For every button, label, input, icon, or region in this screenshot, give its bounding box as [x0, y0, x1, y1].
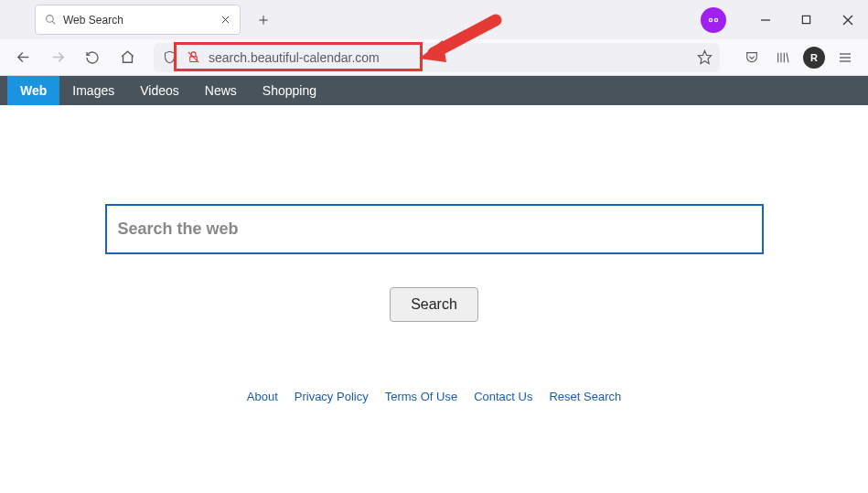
svg-line-1 [52, 21, 55, 24]
browser-tab[interactable]: Web Search [35, 5, 241, 35]
navtab-label: Shopping [263, 83, 316, 98]
lock-insecure-icon[interactable] [183, 48, 203, 68]
bookmark-star-icon[interactable] [694, 48, 714, 68]
close-window-button[interactable] [827, 0, 868, 39]
magnifier-icon [43, 13, 58, 27]
toolbar-right: R [738, 44, 859, 71]
footer-link-terms[interactable]: Terms Of Use [385, 390, 457, 403]
svg-line-22 [787, 52, 788, 62]
category-nav: Web Images Videos News Shopping [0, 76, 868, 105]
footer-link-contact[interactable]: Contact Us [474, 390, 532, 403]
home-button[interactable] [113, 44, 141, 71]
account-button[interactable]: R [800, 44, 828, 71]
address-bar[interactable]: search.beautiful-calendar.com [154, 43, 720, 72]
brand-icon[interactable] [701, 7, 726, 33]
navtab-label: Images [72, 83, 114, 98]
svg-point-8 [710, 19, 712, 21]
toolbar: search.beautiful-calendar.com R [0, 39, 868, 76]
svg-marker-18 [698, 50, 711, 63]
pocket-icon[interactable] [738, 44, 766, 71]
window-controls [701, 0, 868, 39]
svg-point-0 [46, 16, 53, 23]
library-icon[interactable] [769, 44, 797, 71]
back-button[interactable] [9, 44, 37, 71]
navtab-shopping[interactable]: Shopping [250, 76, 329, 105]
footer-link-privacy[interactable]: Privacy Policy [295, 390, 369, 403]
reload-button[interactable] [79, 44, 106, 71]
footer-link-reset[interactable]: Reset Search [549, 390, 621, 403]
navtab-web[interactable]: Web [7, 76, 59, 105]
close-icon[interactable] [218, 13, 232, 27]
navtab-label: Web [20, 83, 47, 98]
svg-rect-11 [802, 16, 809, 23]
navtab-videos[interactable]: Videos [127, 76, 192, 105]
search-button[interactable]: Search [390, 287, 478, 322]
account-avatar: R [803, 47, 825, 69]
main-content: Search About Privacy Policy Terms Of Use… [0, 105, 868, 403]
forward-button[interactable] [44, 44, 71, 71]
titlebar: Web Search [0, 0, 868, 39]
navtab-images[interactable]: Images [59, 76, 127, 105]
navtab-label: News [205, 83, 237, 98]
search-input[interactable] [118, 220, 751, 239]
svg-point-9 [715, 19, 717, 21]
search-box [105, 204, 764, 254]
new-tab-button[interactable] [252, 8, 275, 32]
menu-button[interactable] [831, 44, 859, 71]
navtab-label: Videos [140, 83, 179, 98]
url-text: search.beautiful-calendar.com [207, 50, 691, 65]
maximize-button[interactable] [786, 0, 827, 39]
navtab-news[interactable]: News [192, 76, 250, 105]
footer-links: About Privacy Policy Terms Of Use Contac… [0, 390, 868, 403]
shield-icon[interactable] [159, 48, 179, 68]
tab-title: Web Search [63, 14, 212, 27]
minimize-button[interactable] [745, 0, 786, 39]
footer-link-about[interactable]: About [247, 390, 278, 403]
